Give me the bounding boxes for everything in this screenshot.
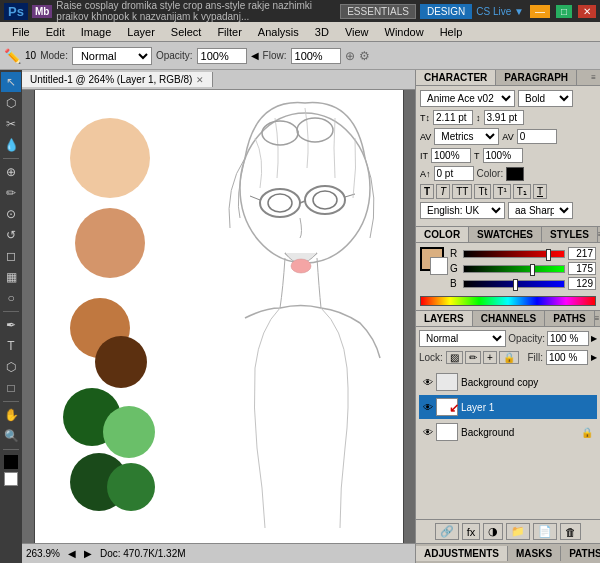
essentials-button[interactable]: ESSENTIALS [340, 4, 416, 19]
visibility-icon-layer1[interactable]: 👁 [423, 402, 433, 413]
menu-image[interactable]: Image [73, 24, 120, 40]
settings-icon[interactable]: ⚙ [359, 49, 370, 63]
cs-live-button[interactable]: CS Live ▼ [476, 6, 524, 17]
panel-menu-icon[interactable]: ≡ [591, 73, 600, 82]
brush-tool-icon[interactable]: ✏️ [4, 48, 21, 64]
type-btn-caps[interactable]: TT [452, 184, 472, 199]
tab-character[interactable]: CHARACTER [416, 70, 496, 85]
tool-crop[interactable]: ✂ [1, 114, 21, 134]
visibility-icon-bg-copy[interactable]: 👁 [423, 377, 433, 388]
maximize-button[interactable]: □ [556, 5, 572, 18]
kerning-select[interactable]: Metrics [434, 128, 499, 145]
tab-swatches[interactable]: SWATCHES [469, 227, 542, 242]
tool-heal[interactable]: ⊕ [1, 162, 21, 182]
mode-select[interactable]: Normal Multiply Screen [72, 47, 152, 65]
r-slider[interactable] [463, 250, 565, 258]
tab-paths[interactable]: PATHS [545, 311, 594, 326]
lock-transparent-btn[interactable]: ▨ [446, 351, 463, 364]
new-fill-btn[interactable]: ◑ [483, 523, 503, 540]
canvas-wrapper[interactable] [22, 90, 415, 543]
fill-arrow[interactable]: ▶ [591, 353, 597, 362]
visibility-icon-bg[interactable]: 👁 [423, 427, 433, 438]
tool-path[interactable]: ⬡ [1, 357, 21, 377]
color-swatch[interactable] [506, 167, 524, 181]
layer-item-layer1[interactable]: 👁 ↙ Layer 1 [419, 395, 597, 419]
flow-input[interactable] [291, 48, 341, 64]
link-layers-btn[interactable]: 🔗 [435, 523, 459, 540]
menu-layer[interactable]: Layer [119, 24, 163, 40]
tracking-input[interactable] [517, 129, 557, 144]
tab-layers[interactable]: LAYERS [416, 311, 473, 326]
layer-item-background-copy[interactable]: 👁 Background copy [419, 370, 597, 394]
tool-dodge[interactable]: ○ [1, 288, 21, 308]
tool-hand[interactable]: ✋ [1, 405, 21, 425]
font-size-input[interactable] [433, 110, 473, 125]
type-btn-underline[interactable]: T [533, 184, 547, 199]
menu-window[interactable]: Window [377, 24, 432, 40]
lock-position-btn[interactable]: + [483, 351, 497, 364]
airbrush-icon[interactable]: ⊕ [345, 49, 355, 63]
tool-pen[interactable]: ✒ [1, 315, 21, 335]
color-spectrum[interactable] [420, 296, 596, 306]
new-group-btn[interactable]: 📁 [506, 523, 530, 540]
tool-clone[interactable]: ⊙ [1, 204, 21, 224]
font-family-select[interactable]: Anime Ace v02 [420, 90, 515, 107]
layers-opacity-input[interactable] [547, 331, 589, 346]
fx-btn[interactable]: fx [462, 523, 481, 540]
menu-file[interactable]: File [4, 24, 38, 40]
tool-lasso[interactable]: ⬡ [1, 93, 21, 113]
foreground-color[interactable] [4, 455, 18, 469]
antialias-select[interactable]: aa Sharp [508, 202, 573, 219]
type-btn-smallcaps[interactable]: Tt [474, 184, 491, 199]
layer-item-background[interactable]: 👁 Background 🔒 [419, 420, 597, 444]
tool-eraser[interactable]: ◻ [1, 246, 21, 266]
menu-3d[interactable]: 3D [307, 24, 337, 40]
tool-shape[interactable]: □ [1, 378, 21, 398]
menu-help[interactable]: Help [432, 24, 471, 40]
opacity-arrow[interactable]: ▶ [591, 334, 597, 343]
scale-v-input[interactable] [483, 148, 523, 163]
tool-gradient[interactable]: ▦ [1, 267, 21, 287]
tab-channels[interactable]: CHANNELS [473, 311, 546, 326]
design-button[interactable]: DESIGN [420, 4, 472, 19]
scale-h-input[interactable] [431, 148, 471, 163]
lock-all-btn[interactable]: 🔒 [499, 351, 519, 364]
r-value-input[interactable] [568, 247, 596, 260]
delete-layer-btn[interactable]: 🗑 [560, 523, 581, 540]
type-btn-bold[interactable]: T [420, 184, 434, 199]
opacity-slider-icon[interactable]: ◀ [251, 50, 259, 61]
tool-history[interactable]: ↺ [1, 225, 21, 245]
tool-move[interactable]: ↖ [1, 72, 21, 92]
close-button[interactable]: ✕ [578, 5, 596, 18]
g-value-input[interactable] [568, 262, 596, 275]
new-layer-btn[interactable]: 📄 [533, 523, 557, 540]
canvas-nav-right[interactable]: ▶ [84, 548, 92, 559]
type-btn-super[interactable]: T¹ [493, 184, 510, 199]
tool-type[interactable]: T [1, 336, 21, 356]
background-color[interactable] [4, 472, 18, 486]
baseline-input[interactable] [434, 166, 474, 181]
type-btn-sub[interactable]: T₁ [513, 184, 531, 199]
tab-paths-bottom[interactable]: PATHS [561, 546, 600, 561]
canvas[interactable] [34, 90, 404, 543]
b-value-input[interactable] [568, 277, 596, 290]
tab-styles[interactable]: STYLES [542, 227, 598, 242]
menu-select[interactable]: Select [163, 24, 210, 40]
tab-adjustments[interactable]: ADJUSTMENTS [416, 546, 508, 561]
g-slider[interactable] [463, 265, 565, 273]
blend-mode-select[interactable]: Normal [419, 330, 506, 347]
tab-paragraph[interactable]: PARAGRAPH [496, 70, 577, 85]
tool-brush[interactable]: ✏ [1, 183, 21, 203]
opacity-input[interactable] [197, 48, 247, 64]
b-slider[interactable] [463, 280, 565, 288]
language-select[interactable]: English: UK [420, 202, 505, 219]
menu-view[interactable]: View [337, 24, 377, 40]
layers-panel-menu-icon[interactable]: ≡ [595, 314, 600, 323]
minimize-button[interactable]: — [530, 5, 550, 18]
tool-eyedropper[interactable]: 💧 [1, 135, 21, 155]
canvas-nav-left[interactable]: ◀ [68, 548, 76, 559]
close-tab-icon[interactable]: ✕ [196, 75, 204, 85]
tab-color[interactable]: COLOR [416, 227, 469, 242]
canvas-tab-active[interactable]: Untitled-1 @ 264% (Layer 1, RGB/8) ✕ [22, 72, 213, 87]
lock-image-btn[interactable]: ✏ [465, 351, 481, 364]
